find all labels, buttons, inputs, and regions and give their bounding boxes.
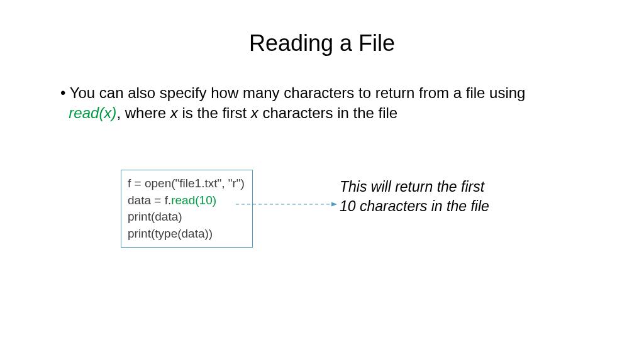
bullet-item: • You can also specify how many characte…	[60, 83, 584, 124]
code-line-4: print(type(data))	[128, 226, 246, 243]
code-line-3: print(data)	[128, 209, 246, 226]
code-line-2-func: read(10)	[171, 194, 216, 207]
bullet-text-after: characters in the file	[258, 104, 397, 121]
annotation-line-2: 10 characters in the file	[340, 197, 528, 216]
bullet-var1: x	[170, 104, 178, 121]
bullet-var2: x	[251, 104, 258, 121]
slide-title: Reading a File	[0, 30, 644, 57]
code-box: f = open("file1.txt", "r") data = f.read…	[121, 170, 253, 248]
bullet-code-func: read(x)	[69, 104, 116, 121]
code-line-2: data = f.read(10)	[128, 192, 246, 209]
bullet-text-mid2: is the first	[178, 104, 251, 121]
code-line-2-pre: data = f.	[128, 194, 171, 207]
code-line-1: f = open("file1.txt", "r")	[128, 175, 246, 192]
bullet-text-mid1: , where	[116, 104, 170, 121]
bullet-text-before: You can also specify how many characters…	[70, 84, 526, 101]
bullet-marker: •	[60, 84, 70, 101]
annotation-text: This will return the first 10 characters…	[340, 177, 528, 216]
content-area: • You can also specify how many characte…	[0, 83, 644, 124]
annotation-line-1: This will return the first	[340, 177, 528, 197]
